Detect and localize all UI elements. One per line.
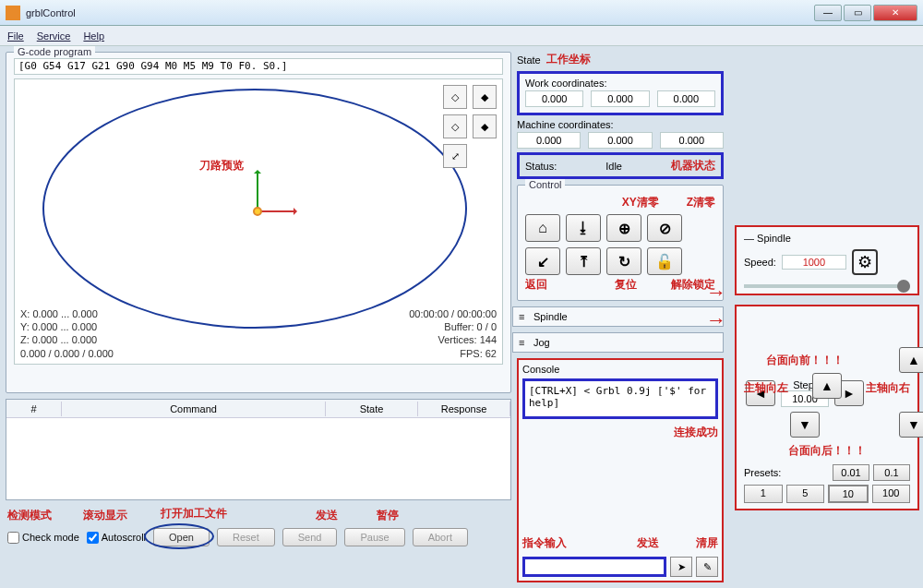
command-table[interactable]: # Command State Response	[6, 399, 511, 500]
annot-xyzero: XY清零	[622, 195, 659, 210]
annot-yminus: 台面向后！！！	[788, 444, 866, 457]
preset-5[interactable]: 5	[786, 485, 825, 503]
zero-xy-button[interactable]: ⊕	[606, 214, 641, 242]
menu-file[interactable]: File	[7, 30, 24, 42]
spindle-collapse[interactable]: ≡ Spindle	[512, 306, 724, 327]
toolpath-preview[interactable]: 刀路预览 ◇ ◆ ◇ ◆ ⤢ X: 0.000 ... 0.000 Y:	[14, 78, 503, 365]
annot-clear: 清屏	[696, 535, 718, 551]
view-front-button[interactable]: ◇	[443, 114, 467, 138]
annot-preview: 刀路预览	[199, 158, 244, 174]
work-x: 0.000	[525, 90, 583, 107]
spindle-panel: — Spindle Speed: 1000 ⚙	[735, 225, 919, 295]
console-send-button[interactable]: ➤	[670, 557, 692, 577]
spindle-row-label: Spindle	[533, 311, 568, 322]
control-label: Control	[525, 179, 565, 190]
axis-y-icon	[257, 172, 258, 209]
annot-open: 打开加工文件	[161, 506, 227, 522]
gcode-group: G-code program [G0 G54 G17 G21 G90 G94 M…	[6, 52, 511, 393]
annot-consend: 发送	[637, 535, 659, 551]
control-group: Control XY清零 Z清零 ⌂ ⭳ ⊕ ⊘ ↙ ⤒ ↻ 🔓 返回 复位 解…	[517, 185, 724, 301]
console-label: Console	[522, 364, 718, 375]
jog-z-down-button[interactable]: ▼	[899, 412, 923, 438]
slider-thumb[interactable]	[897, 280, 910, 293]
jog-z-up-button[interactable]: ▲	[899, 347, 923, 373]
preset-0-1[interactable]: 0.1	[873, 464, 910, 481]
jog-y-minus-button[interactable]: ▼	[790, 412, 820, 438]
work-coords-label: Work coordinates:	[525, 78, 715, 89]
annot-scroll: 滚动显示	[83, 508, 127, 523]
annot-reset: 复位	[615, 277, 637, 293]
home-button[interactable]: ⌂	[525, 214, 560, 242]
annot-yplus: 台面向前！！！	[766, 354, 844, 366]
probe-button[interactable]: ⭳	[566, 214, 601, 242]
console-input[interactable]	[522, 557, 666, 577]
mach-y: 0.000	[588, 132, 652, 149]
menu-service[interactable]: Service	[37, 30, 71, 42]
th-command: Command	[62, 402, 326, 416]
presets-label: Presets:	[744, 467, 781, 478]
gcode-current-line: [G0 G54 G17 G21 G90 G94 M0 M5 M9 T0 F0. …	[14, 58, 503, 75]
send-button[interactable]: Send	[282, 528, 338, 546]
th-state: State	[326, 402, 418, 416]
status-value: Idle	[562, 161, 665, 172]
window-title: grblControl	[26, 7, 814, 18]
hamburger-icon: ≡	[519, 311, 530, 322]
view-iso-solid-button[interactable]: ◆	[473, 85, 497, 109]
spindle-toggle-button[interactable]: ⚙	[852, 249, 878, 275]
annot-xminus: 主轴向左	[744, 380, 788, 399]
jog-y-plus-button[interactable]: ▲	[812, 373, 842, 399]
safe-z-button[interactable]: ⤒	[566, 247, 601, 275]
unlock-button[interactable]: 🔓	[647, 247, 682, 275]
preset-1[interactable]: 1	[744, 485, 783, 503]
axis-x-icon	[258, 210, 295, 212]
bottom-controls: 检测模式 滚动显示 打开加工文件 发送 暂停 Check mode Autosc…	[6, 506, 511, 548]
preview-stats-left: X: 0.000 ... 0.000 Y: 0.000 ... 0.000 Z:…	[20, 307, 114, 360]
preset-10[interactable]: 10	[828, 485, 869, 503]
maximize-button[interactable]: ▭	[844, 5, 871, 21]
autoscroll-checkbox[interactable]: Autoscroll	[87, 532, 146, 544]
close-button[interactable]: ✕	[873, 5, 917, 21]
fit-view-button[interactable]: ⤢	[443, 144, 467, 168]
status-row: Status: Idle 机器状态	[517, 152, 724, 179]
abort-button[interactable]: Abort	[413, 528, 468, 546]
annot-send: 发送	[316, 508, 338, 523]
console-group: Console [CTRL+X] < Grbl 0.9j ['$' for he…	[517, 358, 724, 582]
console-clear-button[interactable]: ✎	[696, 557, 718, 577]
annot-input: 指令输入	[522, 535, 567, 551]
menu-help[interactable]: Help	[83, 30, 104, 42]
reset-grbl-button[interactable]: ↻	[606, 247, 641, 275]
jog-panel: 台面向前！！！ ▲ ◄ Step: 10.00 ► ▼ ▼ 主轴向左 ▲ 主轴向…	[735, 305, 919, 510]
arrow-icon: →	[706, 281, 726, 305]
title-bar: grblControl — ▭ ✕	[0, 0, 923, 26]
work-y: 0.000	[591, 90, 649, 107]
view-iso-wire-button[interactable]: ◇	[443, 85, 467, 109]
app-icon	[6, 6, 20, 20]
state-group: State 工作坐标 Work coordinates: 0.000 0.000…	[517, 52, 724, 179]
speed-label: Speed:	[744, 257, 776, 268]
return-button[interactable]: ↙	[525, 247, 560, 275]
preset-0-01[interactable]: 0.01	[833, 464, 869, 481]
annot-check: 检测模式	[7, 508, 52, 523]
hamburger-icon: ≡	[519, 337, 530, 348]
reset-button[interactable]: Reset	[217, 528, 275, 546]
speed-value[interactable]: 1000	[782, 255, 846, 270]
origin-icon	[253, 207, 262, 216]
minimize-button[interactable]: —	[814, 5, 842, 21]
open-button[interactable]: Open	[153, 528, 210, 546]
jog-collapse[interactable]: ≡ Jog	[512, 332, 724, 353]
pause-button[interactable]: Pause	[344, 528, 404, 546]
menu-bar: File Service Help	[0, 26, 923, 46]
annot-status: 机器状态	[671, 158, 715, 174]
jog-row-label: Jog	[533, 337, 550, 348]
work-z: 0.000	[657, 90, 715, 107]
console-output[interactable]: [CTRL+X] < Grbl 0.9j ['$' for help]	[522, 378, 718, 419]
spindle-panel-label: Spindle	[757, 233, 791, 244]
work-coords-block: Work coordinates: 0.000 0.000 0.000	[517, 71, 724, 115]
preset-100[interactable]: 100	[872, 485, 911, 503]
spindle-slider[interactable]	[744, 284, 910, 288]
zero-z-button[interactable]: ⊘	[647, 214, 682, 242]
check-mode-checkbox[interactable]: Check mode	[7, 532, 79, 544]
view-side-button[interactable]: ◆	[473, 114, 497, 138]
mach-x: 0.000	[517, 132, 581, 149]
mach-coords-label: Machine coordinates:	[517, 119, 724, 130]
